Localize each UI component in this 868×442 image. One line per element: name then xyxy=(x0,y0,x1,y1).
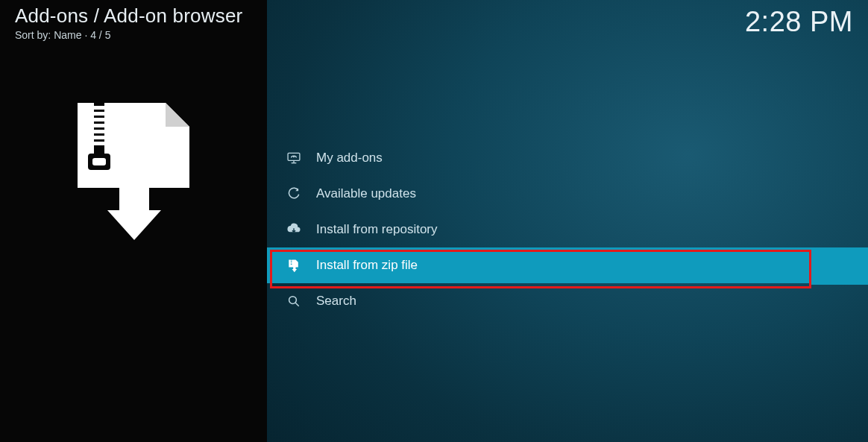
svg-rect-6 xyxy=(91,136,107,139)
sidebar-panel xyxy=(0,0,267,442)
menu-item-label: Search xyxy=(316,294,356,309)
menu-item-install-repository[interactable]: Install from repository xyxy=(267,212,868,247)
svg-rect-1 xyxy=(91,106,107,110)
breadcrumb: Add-ons / Add-on browser xyxy=(15,4,242,28)
sort-separator: · xyxy=(82,29,91,41)
svg-rect-2 xyxy=(91,112,107,116)
breadcrumb-block: Add-ons / Add-on browser Sort by: Name ·… xyxy=(15,4,242,41)
svg-rect-20 xyxy=(290,263,292,264)
menu-item-label: Install from zip file xyxy=(316,258,418,273)
cloud-download-icon xyxy=(285,221,303,239)
sort-line: Sort by: Name · 4 / 5 xyxy=(15,29,242,41)
svg-rect-18 xyxy=(290,262,292,262)
refresh-icon xyxy=(285,185,303,203)
menu-item-install-zip[interactable]: Install from zip file xyxy=(267,247,868,283)
clock: 2:28 PM xyxy=(745,6,853,38)
svg-rect-4 xyxy=(91,124,107,127)
menu-item-search[interactable]: Search xyxy=(267,283,868,319)
svg-rect-5 xyxy=(91,130,107,133)
menu-item-label: Available updates xyxy=(316,186,416,201)
menu-item-label: My add-ons xyxy=(316,151,383,165)
svg-line-23 xyxy=(295,303,299,306)
svg-rect-3 xyxy=(91,118,107,121)
sort-prefix: Sort by: xyxy=(15,29,54,41)
zip-download-icon xyxy=(285,256,303,274)
menu-item-available-updates[interactable]: Available updates xyxy=(267,176,868,212)
header-bar: Add-ons / Add-on browser Sort by: Name ·… xyxy=(15,4,853,39)
svg-rect-10 xyxy=(119,186,149,212)
svg-point-22 xyxy=(289,297,297,304)
svg-rect-19 xyxy=(290,262,292,263)
menu-item-label: Install from repository xyxy=(316,222,438,237)
svg-rect-9 xyxy=(92,158,106,165)
svg-rect-21 xyxy=(293,267,295,269)
item-counter: 4 / 5 xyxy=(90,29,110,41)
search-icon xyxy=(285,292,303,310)
app-root: Add-ons / Add-on browser Sort by: Name ·… xyxy=(0,0,868,442)
svg-rect-17 xyxy=(290,260,292,261)
menu-list: My add-ons Available updates Install fro… xyxy=(267,140,868,319)
menu-item-my-addons[interactable]: My add-ons xyxy=(267,140,868,176)
svg-rect-7 xyxy=(91,142,107,145)
sort-value: Name xyxy=(54,29,81,41)
monitor-icon xyxy=(285,149,303,167)
zip-file-download-icon xyxy=(70,98,197,240)
